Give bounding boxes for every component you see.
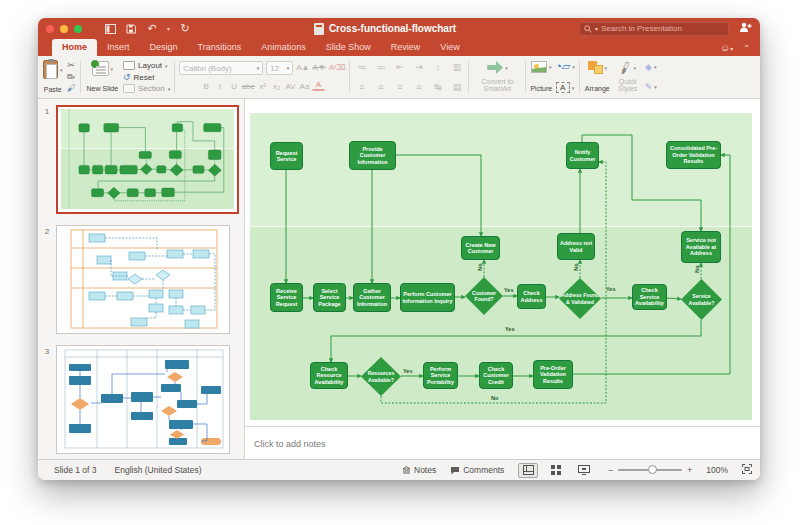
tab-view[interactable]: View xyxy=(430,39,469,56)
cut-icon[interactable]: ✂ xyxy=(67,61,75,70)
slide-2-thumbnail[interactable] xyxy=(56,225,230,334)
undo-caret-icon[interactable]: ▾ xyxy=(167,25,170,32)
flowchart-node-notify-customer[interactable]: Notify Customer xyxy=(566,142,599,169)
flowchart-node-consolidated-pre-order-validation-results[interactable]: Consolidated Pre-Order Validation Result… xyxy=(666,141,721,169)
normal-view-button[interactable] xyxy=(518,463,538,478)
share-people-icon[interactable] xyxy=(739,22,752,35)
zoom-percentage[interactable]: 100% xyxy=(706,465,728,475)
bold-button[interactable]: B xyxy=(200,80,213,93)
flowchart-node-perform-customer-information-inquiry[interactable]: Perform Customer Information Inquiry xyxy=(400,283,455,312)
shapes-button[interactable]: ◔▱▾ xyxy=(555,61,575,72)
justify-icon[interactable]: ≡ xyxy=(411,81,426,93)
slide-1-thumbnail[interactable] xyxy=(56,105,239,214)
close-window-button[interactable] xyxy=(46,25,54,33)
flowchart-node-check-address[interactable]: Check Address xyxy=(517,284,546,309)
align-right-icon[interactable]: ≡ xyxy=(392,81,407,93)
flowchart-node-select-service-package[interactable]: Select Service Package xyxy=(313,283,346,312)
slide-editor[interactable]: Request ServiceProvide Customer Informat… xyxy=(245,99,760,459)
zoom-out-button[interactable]: − xyxy=(608,465,613,475)
flowchart-node-create-new-customer[interactable]: Create New Customer xyxy=(461,236,500,260)
change-case-button[interactable]: Aa xyxy=(298,80,311,93)
clear-formatting-icon[interactable]: A⌫ xyxy=(329,61,346,74)
grow-font-button[interactable]: A▲ xyxy=(296,61,309,74)
slide-3-thumbnail[interactable] xyxy=(56,345,230,454)
fit-slide-to-window-icon[interactable] xyxy=(742,464,752,476)
numbering-icon[interactable]: ≕ xyxy=(373,61,388,73)
reset-button[interactable]: ↺Reset xyxy=(123,72,154,82)
strikethrough-button[interactable]: abe xyxy=(242,80,255,93)
zoom-slider-thumb[interactable] xyxy=(648,465,657,474)
columns-icon[interactable]: ▥ xyxy=(449,61,464,73)
align-center-icon[interactable]: ≡ xyxy=(373,81,388,93)
text-box-button[interactable]: A▾ xyxy=(556,82,575,93)
indent-icon[interactable]: ⇥ xyxy=(411,61,426,73)
align-text-icon[interactable]: ▤ xyxy=(449,81,464,93)
tab-insert[interactable]: Insert xyxy=(97,39,140,56)
copy-icon[interactable]: ⧉▾ xyxy=(67,73,75,81)
align-left-icon[interactable]: ≡ xyxy=(354,81,369,93)
toggle-sidebar-icon[interactable] xyxy=(104,23,116,35)
undo-icon[interactable]: ↶ xyxy=(146,23,158,35)
new-slide-icon xyxy=(92,61,109,76)
flowchart-node-request-service[interactable]: Request Service xyxy=(270,142,303,170)
tab-review[interactable]: Review xyxy=(381,39,431,56)
picture-button[interactable]: ▾ xyxy=(531,61,552,73)
minimize-window-button[interactable] xyxy=(60,25,68,33)
zoom-window-button[interactable] xyxy=(74,25,82,33)
redo-icon[interactable]: ↻ xyxy=(179,23,191,35)
convert-to-smartart-button[interactable]: ▾ Convert to SmartArt xyxy=(473,58,521,96)
paste-button[interactable]: ▾ Paste xyxy=(42,58,64,96)
character-spacing-button[interactable]: AV xyxy=(284,80,297,93)
shape-fill-button[interactable]: ◈▾ xyxy=(645,62,656,72)
flowchart-node-service-not-available-at-address[interactable]: Service not Available at Address xyxy=(681,231,721,263)
slide-canvas[interactable]: Request ServiceProvide Customer Informat… xyxy=(248,102,754,423)
feedback-smiley-icon[interactable]: ☺▾ xyxy=(720,42,733,56)
format-painter-icon[interactable]: 🖌 xyxy=(67,84,76,93)
flowchart-node-receive-service-request[interactable]: Receive Service Request xyxy=(270,283,303,312)
arrange-button[interactable]: ▾ Arrange xyxy=(584,58,611,96)
flowchart-node-address-not-valid[interactable]: Address not Valid xyxy=(557,233,595,260)
flowchart-node-perform-service-portability[interactable]: Perform Service Portability xyxy=(423,362,458,389)
zoom-in-button[interactable]: + xyxy=(687,465,692,475)
font-name-select[interactable]: Calibri (Body)▾ xyxy=(179,61,263,75)
flowchart-node-check-customer-credit[interactable]: Check Customer Credit xyxy=(479,362,513,389)
shrink-font-button[interactable]: A▼ xyxy=(313,61,326,74)
slide-sorter-view-button[interactable] xyxy=(546,463,566,478)
notes-pane[interactable]: Click to add notes xyxy=(245,426,760,459)
edge-label-no: No xyxy=(573,263,579,270)
slide-show-view-button[interactable] xyxy=(574,463,594,478)
flowchart-node-pre-order-validation-results[interactable]: Pre-Order Validation Results xyxy=(533,360,573,389)
flowchart-node-provide-customer-information[interactable]: Provide Customer Information xyxy=(349,141,396,170)
italic-button[interactable]: I xyxy=(214,80,227,93)
comments-toggle[interactable]: Comments xyxy=(450,465,504,475)
flowchart-node-gather-customer-information[interactable]: Gather Customer Information xyxy=(353,283,391,312)
tab-transitions[interactable]: Transitions xyxy=(188,39,252,56)
font-size-select[interactable]: 12▾ xyxy=(266,61,293,75)
underline-button[interactable]: U xyxy=(228,80,241,93)
search-input[interactable]: ▾ Search in Presentation xyxy=(579,22,729,36)
outdent-icon[interactable]: ⇤ xyxy=(392,61,407,73)
tab-home[interactable]: Home xyxy=(52,39,97,56)
save-icon[interactable] xyxy=(125,23,137,35)
superscript-button[interactable]: x² xyxy=(256,80,269,93)
subscript-button[interactable]: x₂ xyxy=(270,80,283,93)
collapse-ribbon-icon[interactable]: ⌃ xyxy=(743,44,750,56)
quick-styles-button[interactable]: 🖌▾ Quick Styles xyxy=(614,58,642,96)
flowchart-node-check-service-availability[interactable]: Check Service Availability xyxy=(632,284,667,310)
text-direction-icon[interactable]: ↹ xyxy=(430,81,445,93)
bullets-icon[interactable]: ≔ xyxy=(354,61,369,73)
layout-button[interactable]: Layout▾ xyxy=(123,61,168,70)
new-slide-button[interactable]: ▾ New Slide xyxy=(85,58,121,96)
section-button[interactable]: Section▾ xyxy=(123,84,170,93)
notes-toggle[interactable]: Notes xyxy=(402,465,436,475)
language-indicator[interactable]: English (United States) xyxy=(115,465,202,475)
line-spacing-icon[interactable]: ↕ xyxy=(430,61,445,73)
tab-slide-show[interactable]: Slide Show xyxy=(316,39,381,56)
tab-animations[interactable]: Animations xyxy=(251,39,316,56)
flowchart-node-check-resource-availability[interactable]: Check Resource Availability xyxy=(310,362,348,389)
tab-design[interactable]: Design xyxy=(140,39,188,56)
reset-icon: ↺ xyxy=(123,72,131,82)
shape-outline-button[interactable]: ✎▾ xyxy=(645,82,657,92)
font-color-button[interactable]: A xyxy=(312,80,325,91)
zoom-slider-track[interactable] xyxy=(618,469,682,471)
